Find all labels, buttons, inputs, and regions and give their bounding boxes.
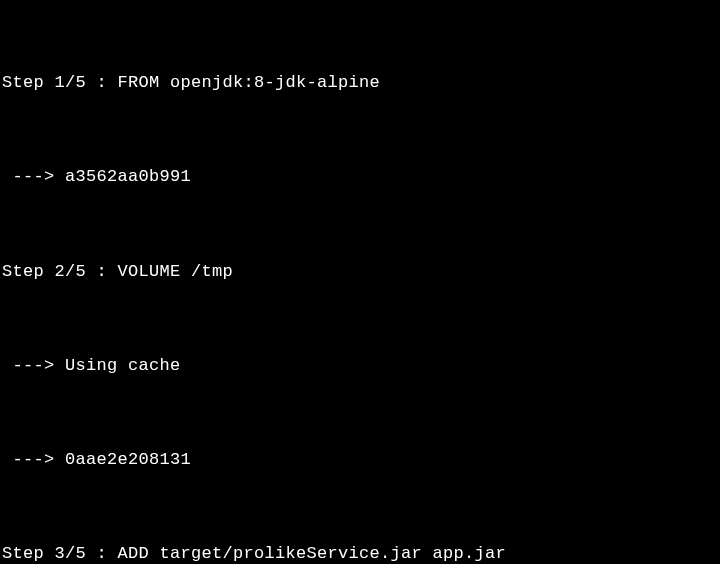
output-line: Step 2/5 : VOLUME /tmp	[2, 256, 720, 287]
terminal-output[interactable]: Step 1/5 : FROM openjdk:8-jdk-alpine ---…	[2, 4, 720, 564]
output-line: Step 1/5 : FROM openjdk:8-jdk-alpine	[2, 67, 720, 98]
output-line: Step 3/5 : ADD target/prolikeService.jar…	[2, 538, 720, 564]
output-line: ---> 0aae2e208131	[2, 444, 720, 475]
output-line: ---> Using cache	[2, 350, 720, 381]
output-line: ---> a3562aa0b991	[2, 161, 720, 192]
